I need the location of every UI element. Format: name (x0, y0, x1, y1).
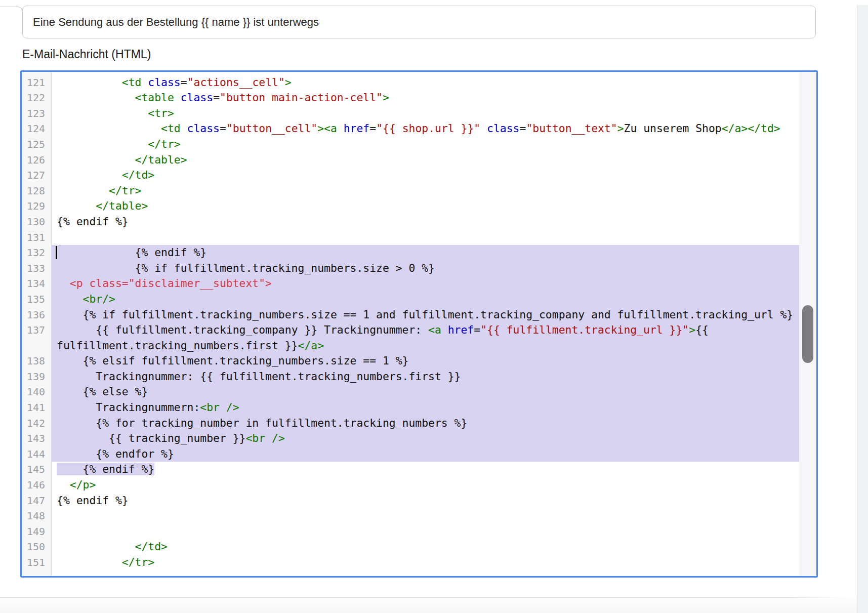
line-number: 145 (22, 462, 52, 477)
email-body-label: E-Mail-Nachricht (HTML) (22, 48, 151, 61)
code-line-140[interactable]: 140 {% else %} (22, 384, 816, 400)
code-line-text[interactable]: {% for tracking_number in fulfillment.tr… (52, 416, 799, 431)
code-line-text[interactable]: </tr> (52, 183, 799, 199)
line-number: 133 (22, 261, 52, 276)
code-line-126[interactable]: 126 </table> (22, 152, 816, 168)
code-line-text[interactable]: {% endif %} (52, 462, 799, 477)
code-line-text[interactable]: <tr> (52, 70, 799, 75)
line-number: 125 (22, 137, 52, 152)
code-line-text[interactable] (52, 508, 799, 524)
code-line-139[interactable]: 139 Trackingnummer: {{ fulfillment.track… (22, 369, 816, 385)
code-line-151[interactable]: 151 </tr> (22, 555, 816, 570)
code-line-text[interactable]: <td class="button__cell"><a href="{{ sho… (52, 121, 799, 137)
code-line-132[interactable]: 132 {% endif %} (22, 245, 816, 261)
code-line-text[interactable]: {% if fulfillment.tracking_numbers.size … (52, 261, 799, 276)
code-line-text[interactable]: {% endif %} (52, 245, 799, 261)
code-line-text[interactable]: {% endif %} (52, 493, 799, 509)
code-line-144[interactable]: 144 {% endfor %} (22, 446, 816, 462)
bottom-section-background (0, 598, 857, 613)
code-line-133[interactable]: 133 {% if fulfillment.tracking_numbers.s… (22, 261, 816, 276)
code-line-122[interactable]: 122 <table class="button main-action-cel… (22, 90, 816, 106)
line-number: 126 (22, 152, 52, 168)
code-line-123[interactable]: 123 <tr> (22, 106, 816, 121)
code-line-text[interactable]: {% elsif fulfillment.tracking_numbers.si… (52, 353, 799, 369)
code-line-137[interactable]: 137 {{ fulfillment.tracking_company }} T… (22, 322, 816, 353)
code-line-text[interactable] (52, 230, 799, 246)
line-number: 122 (22, 90, 52, 106)
code-line-149[interactable]: 149 (22, 524, 816, 540)
code-line-text[interactable]: <br/> (52, 292, 799, 307)
code-line-text[interactable]: <tr> (52, 106, 799, 121)
line-number: 147 (22, 493, 52, 509)
code-line-138[interactable]: 138 {% elsif fulfillment.tracking_number… (22, 353, 816, 369)
code-line-text[interactable]: Trackingnummer: {{ fulfillment.tracking_… (52, 369, 799, 385)
code-line-text[interactable]: {{ tracking_number }}<br /> (52, 431, 799, 446)
code-line-text[interactable] (52, 524, 799, 540)
editor-scrollbar-thumb[interactable] (802, 305, 813, 363)
line-number: 148 (22, 508, 52, 524)
line-number: 131 (22, 230, 52, 246)
code-line-136[interactable]: 136 {% if fulfillment.tracking_numbers.s… (22, 307, 816, 323)
line-number: 144 (22, 446, 52, 462)
code-line-text[interactable]: {{ fulfillment.tracking_company }} Track… (52, 322, 799, 353)
code-line-text[interactable]: </p> (52, 477, 799, 493)
code-line-text[interactable]: </table> (52, 198, 799, 214)
line-number: 137 (22, 322, 52, 353)
line-number: 139 (22, 369, 52, 385)
line-number: 120 (22, 70, 52, 75)
code-line-120[interactable]: 120 <tr> (22, 70, 816, 75)
code-line-text[interactable]: Trackingnummern:<br /> (52, 400, 799, 416)
code-line-text[interactable]: {% endfor %} (52, 446, 799, 462)
code-line-134[interactable]: 134 <p class="disclaimer__subtext"> (22, 276, 816, 292)
code-line-text[interactable]: <table class="button main-action-cell"> (52, 90, 799, 106)
line-number: 130 (22, 214, 52, 230)
code-line-128[interactable]: 128 </tr> (22, 183, 816, 199)
line-number: 132 (22, 245, 52, 261)
line-number: 142 (22, 416, 52, 431)
line-number: 138 (22, 353, 52, 369)
code-line-146[interactable]: 146 </p> (22, 477, 816, 493)
cut-off-card-corner (0, 7, 23, 33)
line-number: 135 (22, 292, 52, 307)
code-line-text[interactable]: {% endif %} (52, 214, 799, 230)
code-line-129[interactable]: 129 </table> (22, 198, 816, 214)
line-number: 123 (22, 106, 52, 121)
code-line-141[interactable]: 141 Trackingnummern:<br /> (22, 400, 816, 416)
code-lines[interactable]: 120 <tr>121 <td class="actions__cell">12… (22, 70, 816, 570)
code-line-text[interactable]: </td> (52, 539, 799, 555)
code-line-text[interactable]: </td> (52, 168, 799, 183)
page-scrollbar-track[interactable] (857, 5, 868, 613)
code-line-130[interactable]: 130{% endif %} (22, 214, 816, 230)
code-line-127[interactable]: 127 </td> (22, 168, 816, 183)
line-number: 121 (22, 75, 52, 91)
code-line-text[interactable]: </table> (52, 152, 799, 168)
code-line-text[interactable]: <td class="actions__cell"> (52, 75, 799, 91)
code-line-125[interactable]: 125 </tr> (22, 137, 816, 152)
code-line-148[interactable]: 148 (22, 508, 816, 524)
line-number: 140 (22, 384, 52, 400)
code-line-124[interactable]: 124 <td class="button__cell"><a href="{{… (22, 121, 816, 137)
code-line-text[interactable]: </tr> (52, 137, 799, 152)
code-line-135[interactable]: 135 <br/> (22, 292, 816, 307)
line-number: 136 (22, 307, 52, 323)
line-number: 143 (22, 431, 52, 446)
code-line-145[interactable]: 145 {% endif %} (22, 462, 816, 477)
code-line-121[interactable]: 121 <td class="actions__cell"> (22, 75, 816, 91)
code-line-131[interactable]: 131 (22, 230, 816, 246)
line-number: 128 (22, 183, 52, 199)
line-number: 141 (22, 400, 52, 416)
html-code-editor[interactable]: 120 <tr>121 <td class="actions__cell">12… (20, 70, 818, 578)
code-line-142[interactable]: 142 {% for tracking_number in fulfillmen… (22, 416, 816, 431)
line-number: 129 (22, 198, 52, 214)
line-number: 146 (22, 477, 52, 493)
code-line-143[interactable]: 143 {{ tracking_number }}<br /> (22, 431, 816, 446)
email-subject-input[interactable] (22, 6, 816, 38)
code-line-text[interactable]: </tr> (52, 555, 799, 570)
code-line-text[interactable]: {% else %} (52, 384, 799, 400)
editor-scrollbar-track[interactable] (799, 72, 816, 576)
code-line-text[interactable]: <p class="disclaimer__subtext"> (52, 276, 799, 292)
code-line-147[interactable]: 147{% endif %} (22, 493, 816, 509)
line-number: 127 (22, 168, 52, 183)
code-line-150[interactable]: 150 </td> (22, 539, 816, 555)
code-line-text[interactable]: {% if fulfillment.tracking_numbers.size … (52, 307, 799, 323)
